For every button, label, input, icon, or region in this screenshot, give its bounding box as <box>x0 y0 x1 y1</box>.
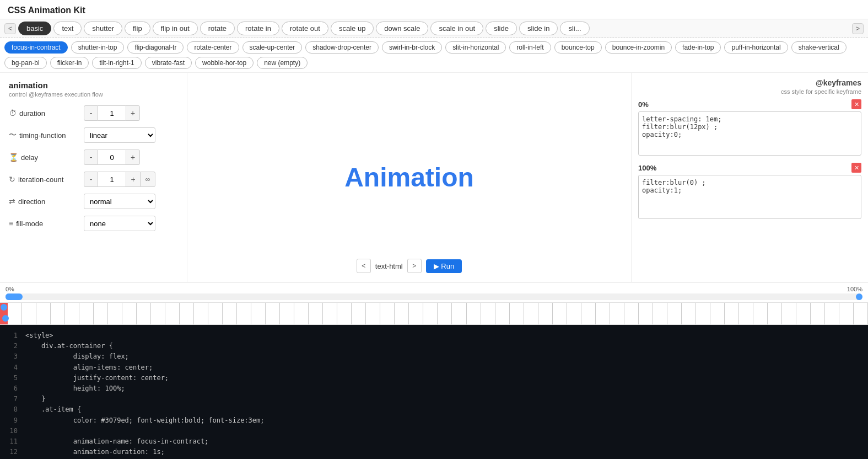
code-line: 7 } <box>8 394 860 404</box>
tag-fade-in-top[interactable]: fade-in-top <box>675 41 721 54</box>
tag-bounce-top[interactable]: bounce-top <box>554 41 602 54</box>
timeline-dot-right[interactable] <box>2 315 9 322</box>
center-panel: Animation < text-html > ▶ Run <box>187 73 631 282</box>
iteration-inf-btn[interactable]: ∞ <box>140 172 155 187</box>
tab-flip[interactable]: flip <box>125 22 150 35</box>
tab-shutter[interactable]: shutter <box>84 22 122 35</box>
timeline-cell <box>753 303 768 324</box>
iteration-count-label: ↻ iteration-count <box>9 175 80 184</box>
tab-scale-down[interactable]: down scale <box>376 22 428 35</box>
timeline-cell <box>65 303 79 324</box>
code-area: 1<style>2 div.at-container {3 display: f… <box>0 325 868 459</box>
tag-slit-in-horizontal[interactable]: slit-in-horizontal <box>445 41 506 54</box>
duration-plus-btn[interactable]: + <box>126 105 140 121</box>
tag-wobble-hor-top[interactable]: wobble-hor-top <box>195 57 254 69</box>
keyframe-textarea[interactable] <box>638 175 861 219</box>
tag-bg-pan-bl[interactable]: bg-pan-bl <box>4 57 47 69</box>
timeline-cell <box>151 303 165 324</box>
right-header: @keyframes css style for specific keyfra… <box>638 78 861 95</box>
timeline-cell <box>510 303 524 324</box>
tag-rotate-center[interactable]: rotate-center <box>187 41 239 54</box>
timeline-cell <box>94 303 108 324</box>
line-number: 3 <box>8 351 18 362</box>
tab-flip-in-out[interactable]: flip in out <box>153 22 198 35</box>
tag-roll-in-left[interactable]: roll-in-left <box>509 41 551 54</box>
tab-next-btn[interactable]: > <box>852 23 864 34</box>
code-line: 4 align-items: center; <box>8 362 860 373</box>
tab-basic[interactable]: basic <box>18 22 51 35</box>
duration-input[interactable] <box>98 105 126 121</box>
run-btn[interactable]: ▶ Run <box>426 259 462 273</box>
timeline-cell <box>538 303 553 324</box>
right-title: @keyframes <box>781 78 861 87</box>
iteration-minus-btn[interactable]: - <box>84 172 98 187</box>
line-number: 8 <box>8 404 18 415</box>
tab-rotate[interactable]: rotate <box>200 22 235 35</box>
line-code: div.at-container { <box>25 341 113 351</box>
delay-input[interactable] <box>98 150 126 165</box>
progress-bar[interactable] <box>6 293 862 300</box>
iteration-icon: ↻ <box>9 175 15 184</box>
line-code: justify-content: center; <box>25 373 169 383</box>
fill-mode-row: ≡ fill-mode noneforwardsbackwardsboth <box>9 216 178 231</box>
timeline-cell <box>481 303 495 324</box>
center-next-btn[interactable]: > <box>407 259 422 273</box>
direction-select[interactable]: normalreversealternatealternate-reverse <box>84 194 155 209</box>
timeline-cell <box>409 303 423 324</box>
tag-shutter-in-top[interactable]: shutter-in-top <box>71 41 125 54</box>
direction-row: ⇄ direction normalreversealternatealtern… <box>9 194 178 209</box>
tab-slide-in[interactable]: slide in <box>519 22 558 35</box>
center-prev-btn[interactable]: < <box>357 259 371 273</box>
keyframe-close-btn[interactable]: ✕ <box>851 99 861 109</box>
delay-plus-btn[interactable]: + <box>126 150 140 165</box>
line-code: animation-name: focus-in-contract; <box>25 436 208 447</box>
progress-dot-left[interactable] <box>6 293 12 300</box>
timeline-cell <box>467 303 481 324</box>
tag-flip-diagonal-tr[interactable]: flip-diagonal-tr <box>127 41 184 54</box>
direction-icon: ⇄ <box>9 197 15 206</box>
tab-sli[interactable]: sli... <box>560 22 589 35</box>
fill-mode-select[interactable]: noneforwardsbackwardsboth <box>84 216 155 231</box>
timeline-cell <box>839 303 854 324</box>
right-panel: @keyframes css style for specific keyfra… <box>631 73 868 282</box>
progress-dot-right[interactable] <box>856 293 862 300</box>
line-code: <style> <box>25 330 53 341</box>
tag-focus-in-contract[interactable]: focus-in-contract <box>4 41 68 54</box>
timing-function-select[interactable]: lineareaseease-inease-outease-in-out <box>84 127 155 143</box>
tab-prev-btn[interactable]: < <box>4 23 16 34</box>
current-label: text-html <box>375 262 403 270</box>
line-code: display: flex; <box>25 351 129 362</box>
tab-text[interactable]: text <box>53 22 82 35</box>
tag-new-empty[interactable]: new (empty) <box>257 57 308 69</box>
timeline-dot-left[interactable] <box>1 304 7 311</box>
timeline-cell <box>423 303 438 324</box>
tag-shake-vertical[interactable]: shake-vertical <box>791 41 847 54</box>
tag-tilt-in-right-1[interactable]: tilt-in-right-1 <box>92 57 141 69</box>
timeline-cell <box>796 303 811 324</box>
tag-bounce-in-zoomin[interactable]: bounce-in-zoomin <box>605 41 672 54</box>
tab-scale-in-out[interactable]: scale in out <box>430 22 483 35</box>
tag-puff-in-horizontal[interactable]: puff-in-horizontal <box>724 41 788 54</box>
code-line: 9 color: #3079ed; font-weight:bold; font… <box>8 415 860 426</box>
tag-flicker-in[interactable]: flicker-in <box>50 57 89 69</box>
iteration-input[interactable] <box>98 172 126 187</box>
timeline-cell <box>51 303 65 324</box>
tab-rotate-in[interactable]: rotate in <box>237 22 279 35</box>
keyframe-label: 100% <box>638 164 656 172</box>
delay-minus-btn[interactable]: - <box>84 150 98 165</box>
tag-swirl-in-br-clock[interactable]: swirl-in-br-clock <box>382 41 442 54</box>
progress-labels: 0% 100% <box>6 286 862 292</box>
tab-rotate-out[interactable]: rotate out <box>282 22 328 35</box>
tag-shadow-drop-center[interactable]: shadow-drop-center <box>305 41 379 54</box>
tab-slide[interactable]: slide <box>486 22 517 35</box>
iteration-plus-btn[interactable]: + <box>126 172 140 187</box>
tab-scale-up[interactable]: scale up <box>331 22 374 35</box>
keyframe-textarea[interactable] <box>638 111 861 156</box>
keyframe-close-btn[interactable]: ✕ <box>851 163 861 173</box>
tag-vibrate-fast[interactable]: vibrate-fast <box>145 57 192 69</box>
duration-minus-btn[interactable]: - <box>84 105 98 121</box>
delay-row: ⏳ delay - + <box>9 150 178 165</box>
tag-scale-up-center[interactable]: scale-up-center <box>242 41 303 54</box>
code-line: 10 <box>8 426 860 436</box>
keyframe-label: 0% <box>638 100 649 109</box>
